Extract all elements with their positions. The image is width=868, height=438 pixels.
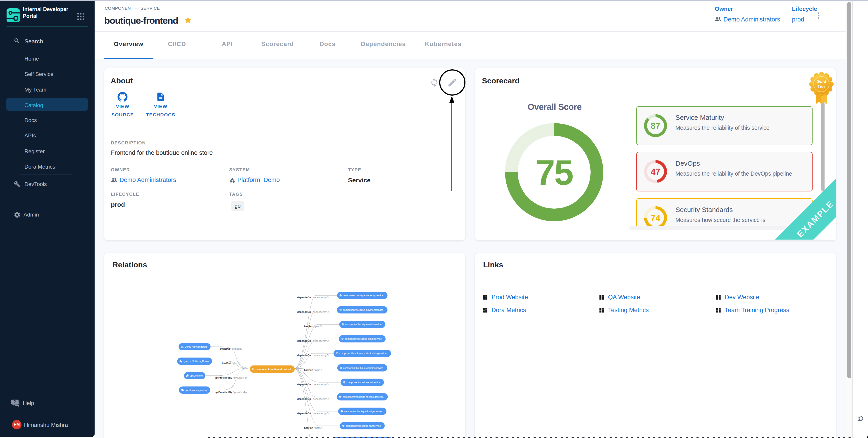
svg-text:component:boutique-redisservic: component:boutique-redisservice: [345, 323, 381, 326]
svg-text:api:starwars-graphql: api:starwars-graphql: [185, 389, 207, 392]
svg-text:apiProvidedBy / providesApi: apiProvidedBy / providesApi: [215, 391, 247, 394]
svg-text:component:boutique-checkoutser: component:boutique-checkoutservice: [343, 396, 383, 398]
svg-text:component:boutique-paymentserv: component:boutique-paymentservice: [343, 308, 383, 311]
svg-text:dependsOn / dependencyOf: dependsOn / dependencyOf: [297, 339, 329, 342]
svg-text:hasPart / partOf: hasPart / partOf: [222, 362, 240, 365]
svg-text:47: 47: [651, 167, 660, 176]
svg-text:component:boutique-loadgenerat: component:boutique-loadgenerator: [344, 410, 383, 413]
svg-text:hasPart / partOf: hasPart / partOf: [304, 427, 322, 429]
svg-text:Gold: Gold: [816, 79, 826, 84]
svg-text:dependsOn / dependencyOf: dependsOn / dependencyOf: [297, 354, 329, 357]
svg-text:Tier: Tier: [817, 84, 826, 89]
svg-text:component:boutique-cartservice: component:boutique-cartservice: [346, 425, 381, 427]
svg-text:74: 74: [651, 213, 660, 223]
svg-text:75: 75: [536, 153, 573, 192]
svg-text:dependsOn / dependencyOf: dependsOn / dependencyOf: [297, 412, 329, 415]
svg-text:hasPart / partOf: hasPart / partOf: [304, 325, 322, 328]
svg-text:component:boutique-productcata: component:boutique-productcatalogservice: [339, 352, 386, 355]
svg-text:api:petstore: api:petstore: [190, 374, 203, 377]
svg-text:?: ?: [13, 400, 16, 404]
svg-text:component:boutique-emailservic: component:boutique-emailservice: [345, 337, 382, 340]
svg-text:component:boutique-adservice: component:boutique-adservice: [347, 381, 380, 384]
svg-text:component:boutique-frontend: component:boutique-frontend: [256, 368, 291, 370]
svg-text:hasPart / partOf: hasPart / partOf: [304, 369, 322, 371]
svg-text:dependsOn / dependencyOf: dependsOn / dependencyOf: [297, 383, 329, 386]
svg-text:dependsOn / dependencyOf: dependsOn / dependencyOf: [297, 398, 329, 400]
svg-text:system:Platform_Demo: system:Platform_Demo: [183, 360, 209, 363]
svg-text:component:boutique-shippingser: component:boutique-shippingservice: [343, 367, 383, 369]
svg-text:Demo Administrators: Demo Administrators: [185, 345, 208, 348]
svg-text:dependsOn / dependencyOf: dependsOn / dependencyOf: [297, 310, 329, 313]
svg-text:ownerOf / ownedBy: ownerOf / ownedBy: [220, 347, 242, 350]
svg-text:87: 87: [651, 121, 660, 131]
svg-text:dependsOn / dependencyOf: dependsOn / dependencyOf: [297, 296, 329, 299]
svg-text:apiProvidedBy / providesApi: apiProvidedBy / providesApi: [215, 376, 247, 379]
svg-text:component:boutique-currencyser: component:boutique-currencyservice: [343, 294, 383, 297]
